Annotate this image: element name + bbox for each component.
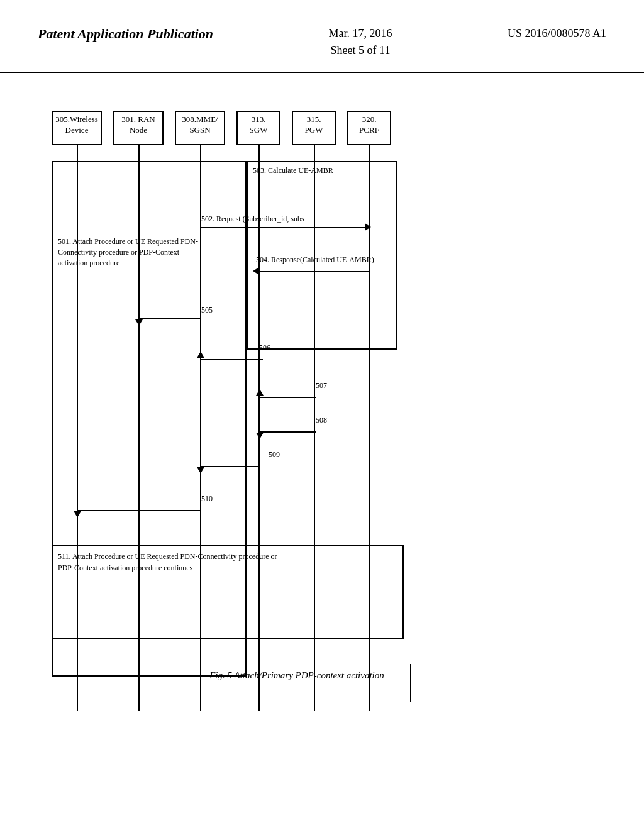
publication-date: Mar. 17, 2016 — [329, 27, 392, 40]
arrow-505 — [138, 318, 201, 319]
step510-label: 510 — [201, 494, 213, 504]
step511-label: 511. Attach Procedure or UE Requested PD… — [55, 551, 394, 573]
caption-line — [410, 664, 411, 702]
arrow-510 — [77, 510, 201, 511]
sheet-info: Sheet 5 of 11 — [331, 44, 391, 57]
arrow-509 — [200, 466, 260, 467]
entity-301: 301. RANNode — [113, 111, 164, 145]
step504-label: 504. Response(Calculated UE-AMBR) — [256, 255, 374, 265]
step509-label: 509 — [269, 450, 280, 460]
entity-305: 305.WirelessDevice — [52, 111, 102, 145]
arrow-508 — [259, 431, 316, 433]
arrowhead-510 — [74, 511, 81, 517]
arrowhead-507 — [256, 389, 264, 396]
step505-label: 505 — [201, 306, 213, 315]
diagram-area: 305.WirelessDevice 301. RANNode 308.MME/… — [45, 111, 599, 771]
arrowhead-508 — [256, 433, 264, 439]
step506-label: 506 — [259, 343, 270, 353]
arrow-507 — [259, 397, 316, 398]
entity-315: 315.PGW — [292, 111, 336, 145]
arrowhead-505 — [135, 319, 143, 326]
step507-label: 507 — [316, 381, 327, 390]
entity-313: 313.SGW — [236, 111, 280, 145]
arrowhead-506 — [197, 351, 204, 358]
entity-308: 308.MME/SGSN — [175, 111, 225, 145]
patent-number: US 2016/0080578 A1 — [508, 25, 606, 42]
step503-label: 503. Calculate UE-AMBR — [250, 166, 394, 175]
page-header: Patent Application Publication Mar. 17, … — [0, 0, 644, 73]
header-center: Mar. 17, 2016 Sheet 5 of 11 — [329, 25, 392, 59]
figure-caption: Fig. 5 Attach/Primary PDP-context activa… — [171, 670, 423, 681]
step501-label: 501. Attach Procedure or UE Requested PD… — [55, 236, 231, 268]
arrowhead-509 — [197, 467, 204, 473]
arrow-502 — [200, 227, 369, 228]
step508-label: 508 — [316, 416, 327, 425]
arrowhead-502 — [365, 223, 371, 231]
publication-title: Patent Application Publication — [38, 25, 213, 43]
step502-label: 502. Request (Subscriber_id, subs — [201, 214, 304, 224]
arrowhead-504 — [253, 267, 259, 275]
entity-320: 320.PCRF — [347, 111, 391, 145]
arrow-504 — [259, 271, 369, 272]
arrow-506 — [200, 359, 263, 360]
